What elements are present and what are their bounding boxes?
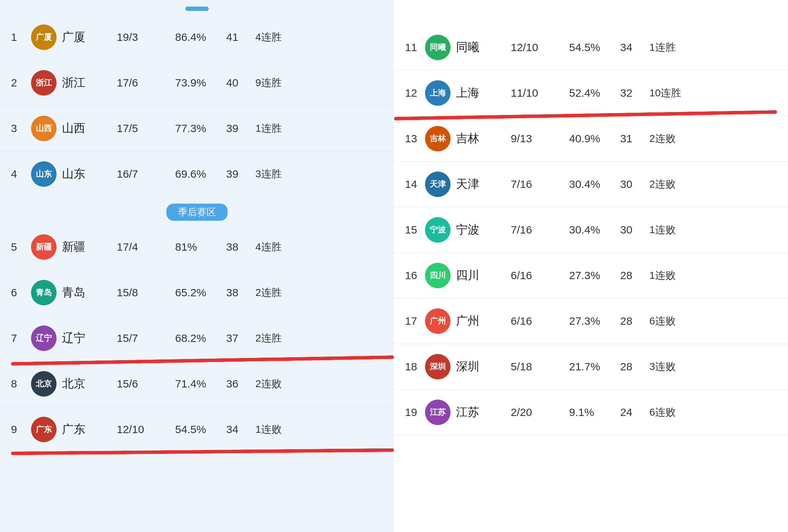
team-pts: 32 bbox=[620, 87, 649, 99]
table-row: 13 吉林 吉林 9/13 40.9% 31 2连败 bbox=[394, 116, 788, 162]
table-row: 16 四川 四川 6/16 27.3% 28 1连败 bbox=[394, 253, 788, 298]
team-name: 广州 bbox=[456, 313, 503, 329]
team-record: 15/6 bbox=[117, 378, 175, 390]
team-pts: 38 bbox=[226, 241, 255, 253]
team-streak: 1连败 bbox=[649, 269, 777, 282]
team-pct: 27.3% bbox=[569, 315, 620, 327]
team-streak: 2连败 bbox=[255, 377, 383, 391]
rank-number: 1 bbox=[11, 31, 29, 43]
rank-number: 16 bbox=[405, 269, 423, 282]
team-pct: 68.2% bbox=[175, 332, 226, 344]
team-pct: 9.1% bbox=[569, 406, 620, 419]
team-record: 16/7 bbox=[117, 168, 175, 180]
team-name: 青岛 bbox=[62, 285, 109, 301]
red-underline-9 bbox=[11, 448, 394, 455]
team-pct: 65.2% bbox=[175, 286, 226, 299]
team-record: 17/4 bbox=[117, 241, 175, 253]
team-pct: 52.4% bbox=[569, 87, 620, 99]
main-container: 1 广厦 广厦 19/3 86.4% 41 4连胜 2 浙江 浙江 17/6 7… bbox=[0, 0, 788, 532]
team-logo: 吉林 bbox=[423, 124, 452, 153]
team-record: 11/10 bbox=[511, 87, 569, 99]
team-pts: 40 bbox=[226, 77, 255, 89]
team-logo: 上海 bbox=[423, 78, 452, 108]
team-streak: 1连胜 bbox=[649, 41, 777, 54]
team-logo: 深圳 bbox=[423, 352, 452, 381]
table-row: 15 宁波 宁波 7/16 30.4% 30 1连败 bbox=[394, 207, 788, 253]
team-record: 15/8 bbox=[117, 286, 175, 299]
rank-number: 2 bbox=[11, 77, 29, 89]
right-team-rows: 11 同曦 同曦 12/10 54.5% 34 1连胜 12 上海 上海 11/… bbox=[394, 25, 788, 435]
team-name: 浙江 bbox=[62, 75, 109, 91]
table-row: 19 江苏 江苏 2/20 9.1% 24 6连败 bbox=[394, 390, 788, 435]
team-logo: 宁波 bbox=[423, 215, 452, 244]
team-pts: 34 bbox=[620, 41, 649, 54]
team-name: 江苏 bbox=[456, 404, 503, 420]
team-pts: 24 bbox=[620, 406, 649, 419]
team-logo: 山西 bbox=[29, 114, 58, 143]
team-pts: 41 bbox=[226, 31, 255, 43]
table-row: 9 广东 广东 12/10 54.5% 34 1连败 bbox=[0, 407, 394, 452]
team-logo: 天津 bbox=[423, 170, 452, 199]
team-pct: 30.4% bbox=[569, 178, 620, 190]
table-row: 6 青岛 青岛 15/8 65.2% 38 2连胜 bbox=[0, 270, 394, 316]
team-record: 19/3 bbox=[117, 31, 175, 43]
team-name: 新疆 bbox=[62, 239, 109, 255]
team-pct: 21.7% bbox=[569, 361, 620, 373]
table-row: 1 广厦 广厦 19/3 86.4% 41 4连胜 bbox=[0, 15, 394, 60]
team-pct: 73.9% bbox=[175, 77, 226, 89]
team-name: 北京 bbox=[62, 376, 109, 392]
team-pts: 36 bbox=[226, 378, 255, 390]
rank-number: 15 bbox=[405, 224, 423, 236]
rank-number: 6 bbox=[11, 286, 29, 299]
rank-number: 11 bbox=[405, 41, 423, 54]
table-row: 18 深圳 深圳 5/18 21.7% 28 3连败 bbox=[394, 344, 788, 390]
team-name: 广东 bbox=[62, 421, 109, 437]
left-team-rows: 1 广厦 广厦 19/3 86.4% 41 4连胜 2 浙江 浙江 17/6 7… bbox=[0, 15, 394, 452]
section1-badge-container bbox=[0, 0, 394, 15]
section2-badge: 季后赛区 bbox=[166, 204, 228, 221]
team-pts: 30 bbox=[620, 224, 649, 236]
team-logo: 北京 bbox=[29, 369, 58, 398]
team-streak: 1连胜 bbox=[255, 122, 383, 135]
team-name: 山西 bbox=[62, 120, 109, 136]
team-name: 山东 bbox=[62, 166, 109, 182]
team-record: 12/10 bbox=[117, 423, 175, 436]
table-row: 2 浙江 浙江 17/6 73.9% 40 9连胜 bbox=[0, 60, 394, 106]
team-pts: 28 bbox=[620, 361, 649, 373]
team-streak: 1连败 bbox=[649, 223, 777, 237]
table-row: 5 新疆 新疆 17/4 81% 38 4连胜 bbox=[0, 224, 394, 270]
team-pct: 77.3% bbox=[175, 122, 226, 135]
team-name: 广厦 bbox=[62, 29, 109, 45]
team-streak: 4连胜 bbox=[255, 240, 383, 254]
team-pct: 40.9% bbox=[569, 132, 620, 145]
team-pts: 34 bbox=[226, 423, 255, 436]
team-pts: 28 bbox=[620, 269, 649, 282]
section2-badge-container: 季后赛区 bbox=[0, 197, 394, 224]
team-record: 7/16 bbox=[511, 178, 569, 190]
team-name: 上海 bbox=[456, 85, 503, 101]
team-streak: 2连胜 bbox=[255, 286, 383, 300]
rank-number: 18 bbox=[405, 361, 423, 373]
team-logo: 新疆 bbox=[29, 232, 58, 262]
team-record: 9/13 bbox=[511, 132, 569, 145]
team-logo: 青岛 bbox=[29, 278, 58, 307]
team-pts: 38 bbox=[226, 286, 255, 299]
team-pct: 69.6% bbox=[175, 168, 226, 180]
team-streak: 10连胜 bbox=[649, 86, 777, 100]
team-streak: 2连败 bbox=[649, 177, 777, 191]
team-logo: 四川 bbox=[423, 261, 452, 290]
rank-number: 12 bbox=[405, 87, 423, 99]
rank-number: 7 bbox=[11, 332, 29, 344]
rank-number: 19 bbox=[405, 406, 423, 419]
team-record: 5/18 bbox=[511, 361, 569, 373]
team-name: 深圳 bbox=[456, 359, 503, 375]
team-logo: 广东 bbox=[29, 415, 58, 444]
team-streak: 3连败 bbox=[649, 360, 777, 374]
team-pct: 27.3% bbox=[569, 269, 620, 282]
rank-number: 3 bbox=[11, 122, 29, 135]
team-name: 四川 bbox=[456, 267, 503, 284]
team-record: 17/6 bbox=[117, 77, 175, 89]
rank-number: 9 bbox=[11, 423, 29, 436]
team-logo: 山东 bbox=[29, 159, 58, 189]
table-row: 14 天津 天津 7/16 30.4% 30 2连败 bbox=[394, 162, 788, 207]
